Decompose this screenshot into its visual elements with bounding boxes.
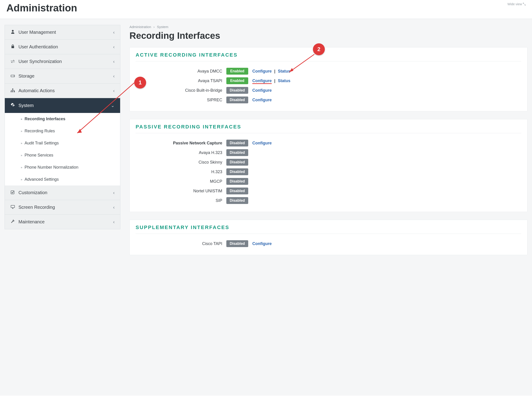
status-badge: Enabled xyxy=(226,77,248,84)
row-siprec: SIPREC Disabled Configure xyxy=(136,95,521,105)
sidebar-sub-label: Recording Interfaces xyxy=(25,117,65,121)
main-heading: Recording Interfaces xyxy=(129,31,527,41)
sidebar-item-user-authentication[interactable]: User Authentication ‹ xyxy=(5,40,120,54)
sidebar-item-label: Automatic Actions xyxy=(19,88,55,93)
svg-rect-7 xyxy=(11,205,15,207)
status-badge: Disabled xyxy=(226,97,248,103)
sidebar-sub-recording-rules[interactable]: » Recording Rules xyxy=(5,125,120,137)
sidebar-sub-recording-interfaces[interactable]: » Recording Interfaces xyxy=(5,113,120,125)
row-nortel-unistim: Nortel UNISTIM Disabled xyxy=(136,186,521,196)
sidebar-item-customization[interactable]: Customization ‹ xyxy=(5,186,120,200)
status-badge: Disabled xyxy=(226,240,248,247)
sidebar-item-automatic-actions[interactable]: Automatic Actions ‹ xyxy=(5,84,120,98)
page-title: Administration xyxy=(6,2,77,14)
svg-rect-2 xyxy=(12,89,13,90)
sidebar-item-screen-recording[interactable]: Screen Recording ‹ xyxy=(5,200,120,215)
status-badge: Disabled xyxy=(226,149,248,156)
lock-icon xyxy=(10,44,15,50)
expand-icon xyxy=(523,3,526,6)
interface-name: H.323 xyxy=(136,169,222,174)
interface-name: Cisco Built-in-Bridge xyxy=(136,88,222,93)
interface-name: SIP xyxy=(136,198,222,203)
sidebar-sub-phone-services[interactable]: » Phone Services xyxy=(5,149,120,161)
panel-passive-interfaces: PASSIVE RECORDING INTERFACES Passive Net… xyxy=(129,119,527,212)
sidebar-item-storage[interactable]: Storage ‹ xyxy=(5,69,120,84)
configure-link[interactable]: Configure xyxy=(252,88,272,93)
row-h323: H.323 Disabled xyxy=(136,167,521,177)
chevron-right-icon: » xyxy=(21,142,22,145)
user-icon xyxy=(10,30,15,35)
chevron-right-icon: » xyxy=(21,178,22,181)
row-sip: SIP Disabled xyxy=(136,196,521,205)
row-mgcp: MGCP Disabled xyxy=(136,177,521,186)
sidebar-sub-audit-trail-settings[interactable]: » Audit Trail Settings xyxy=(5,137,120,149)
row-cisco-skinny: Cisco Skinny Disabled xyxy=(136,157,521,167)
check-icon xyxy=(10,190,15,195)
svg-rect-4 xyxy=(12,91,13,92)
sidebar-item-label: User Management xyxy=(19,30,56,35)
sidebar-item-user-synchronization[interactable]: User Synchronization ‹ xyxy=(5,54,120,69)
wrench-icon xyxy=(10,219,15,225)
breadcrumb-root[interactable]: Administration xyxy=(129,25,151,29)
chevron-left-icon: ‹ xyxy=(113,205,115,210)
configure-link[interactable]: Configure xyxy=(252,98,272,102)
sidebar-sub-label: Audit Trail Settings xyxy=(25,141,59,146)
interface-name: MGCP xyxy=(136,179,222,184)
system-submenu: » Recording Interfaces » Recording Rules… xyxy=(5,113,120,186)
chevron-left-icon: ‹ xyxy=(113,88,115,93)
configure-link[interactable]: Configure xyxy=(252,141,272,145)
sidebar-sub-advanced-settings[interactable]: » Advanced Settings xyxy=(5,173,120,186)
wide-view-label: Wide view xyxy=(507,2,522,6)
monitor-icon xyxy=(10,205,15,210)
configure-link[interactable]: Configure xyxy=(252,241,272,246)
breadcrumb: Administration › System xyxy=(129,25,527,29)
sidebar-item-system[interactable]: System ⌄ xyxy=(5,98,120,113)
status-link[interactable]: Status xyxy=(278,69,290,73)
sitemap-icon xyxy=(10,88,15,93)
row-avaya-tsapi: Avaya TSAPI Enabled Configure | Status xyxy=(136,76,521,85)
panel-title: SUPPLEMENTARY INTERFACES xyxy=(136,225,521,230)
interface-name: Avaya TSAPI xyxy=(136,78,222,83)
interface-name: Avaya DMCC xyxy=(136,69,222,74)
sidebar: User Management ‹ User Authentication ‹ … xyxy=(5,25,120,229)
storage-icon xyxy=(10,73,15,79)
svg-rect-6 xyxy=(11,191,14,194)
sidebar-sub-label: Phone Number Normalization xyxy=(25,165,78,170)
sidebar-item-label: Customization xyxy=(19,190,47,195)
sidebar-item-label: User Synchronization xyxy=(19,59,62,64)
row-avaya-h323: Avaya H.323 Disabled xyxy=(136,148,521,157)
panel-supplementary-interfaces: SUPPLEMENTARY INTERFACES Cisco TAPI Disa… xyxy=(129,220,527,255)
sidebar-item-label: Storage xyxy=(19,73,34,79)
interface-name: Nortel UNISTIM xyxy=(136,189,222,194)
svg-point-1 xyxy=(14,76,14,76)
status-link[interactable]: Status xyxy=(278,78,290,83)
main-content: Administration › System Recording Interf… xyxy=(129,25,527,263)
chevron-left-icon: ‹ xyxy=(113,73,115,79)
chevron-right-icon: » xyxy=(21,130,22,133)
panel-title: PASSIVE RECORDING INTERFACES xyxy=(136,124,521,130)
configure-link[interactable]: Configure xyxy=(252,69,272,73)
sidebar-item-maintenance[interactable]: Maintenance ‹ xyxy=(5,215,120,229)
breadcrumb-section[interactable]: System xyxy=(157,25,168,29)
gear-icon xyxy=(10,103,15,108)
chevron-right-icon: » xyxy=(21,117,22,121)
sidebar-sub-label: Advanced Settings xyxy=(25,177,59,182)
status-badge: Disabled xyxy=(226,87,248,94)
status-badge: Disabled xyxy=(226,178,248,185)
interface-name: Passive Network Capture xyxy=(136,141,222,146)
row-passive-network-capture: Passive Network Capture Disabled Configu… xyxy=(136,138,521,148)
chevron-right-icon: › xyxy=(153,25,155,29)
wide-view-toggle[interactable]: Wide view xyxy=(507,2,526,6)
row-avaya-dmcc: Avaya DMCC Enabled Configure | Status xyxy=(136,66,521,76)
sidebar-sub-phone-number-normalization[interactable]: » Phone Number Normalization xyxy=(5,161,120,173)
sync-icon xyxy=(10,59,15,64)
configure-link[interactable]: Configure xyxy=(252,78,272,84)
status-badge: Disabled xyxy=(226,197,248,204)
chevron-left-icon: ‹ xyxy=(113,59,115,64)
interface-name: SIPREC xyxy=(136,98,222,103)
interface-name: Cisco Skinny xyxy=(136,160,222,165)
svg-rect-5 xyxy=(14,91,15,92)
chevron-down-icon: ⌄ xyxy=(111,103,115,108)
sidebar-item-user-management[interactable]: User Management ‹ xyxy=(5,25,120,40)
chevron-left-icon: ‹ xyxy=(113,30,115,35)
